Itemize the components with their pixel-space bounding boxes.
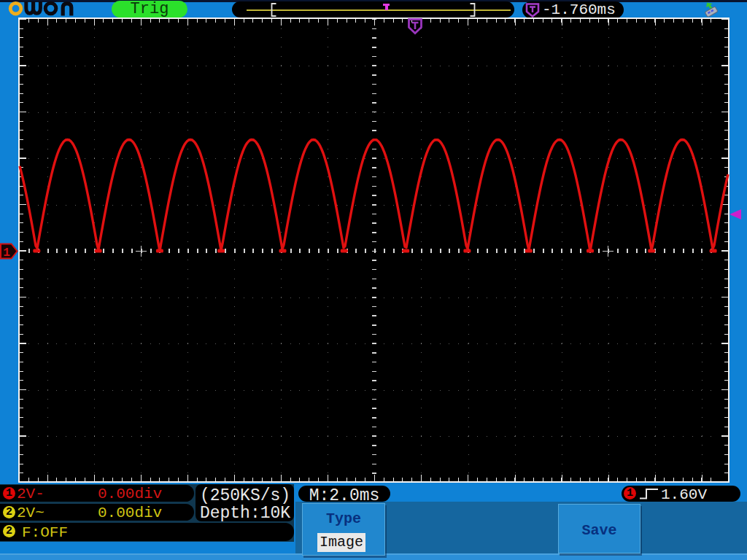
svg-text:1: 1 xyxy=(3,246,10,260)
